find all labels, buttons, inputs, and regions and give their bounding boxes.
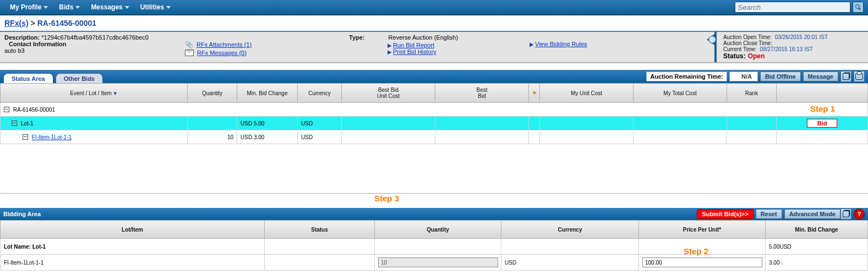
arrow-down-icon: ↓ [780, 260, 783, 266]
nav-my-profile[interactable]: My Profile [4, 0, 53, 14]
bid-col-currency[interactable]: Currency [501, 221, 639, 239]
caret-icon [75, 6, 80, 9]
bid-item-name: FI-Item-1Lot-1-1 [1, 255, 265, 271]
tab-status-area[interactable]: Status Area [3, 73, 53, 84]
col-myunit-header[interactable]: My Unit Cost [540, 84, 634, 103]
bid-item-qty-cell [375, 255, 501, 271]
bid-item-min-cell: 3.00↓ [766, 255, 868, 271]
quantity-input [378, 257, 498, 267]
search-button[interactable] [853, 2, 864, 13]
nav-my-profile-label: My Profile [10, 3, 41, 11]
run-bid-report-link[interactable]: Run Bid Report [393, 42, 434, 48]
sort-icon: ▼ [113, 91, 118, 96]
triangle-icon: ▶ [387, 42, 392, 48]
lot-rank-cell [727, 117, 777, 130]
status-bluebar: Status Area Other Bids Auction Remaining… [0, 70, 868, 83]
bidding-grid: Lot/Item Status Quantity Currency Price … [0, 220, 868, 271]
info-panel: Description: *1294c67b4fba4597b517cdbc46… [0, 32, 868, 63]
message-button[interactable]: Message [803, 72, 838, 81]
auction-time-panel: Auction Open Time:03/26/2015 20:01 IST A… [714, 32, 868, 62]
remaining-time-label: Auction Remaining Time: [646, 72, 727, 81]
reset-button[interactable]: Reset [756, 209, 782, 219]
bid-lot-qty [375, 239, 501, 255]
type-label: Type: [349, 34, 365, 41]
item-star-cell [529, 130, 540, 144]
search-input[interactable] [735, 2, 850, 13]
triangle-icon: ▶ [529, 41, 534, 47]
current-time-value: 08/27/2015 16:13 IST [760, 46, 813, 52]
caret-icon [125, 6, 129, 9]
nav-messages-label: Messages [91, 3, 122, 11]
lot-mytotal-cell [634, 117, 727, 130]
item-bb-cell [435, 130, 529, 144]
current-time-label: Current Time: [723, 46, 757, 52]
nav-bids-label: Bids [59, 3, 73, 11]
rfx-messages-link[interactable]: RFx Messages (0) [197, 50, 247, 56]
collapse-icon[interactable] [4, 107, 9, 112]
remaining-time-value: N/A [729, 72, 758, 81]
bid-col-lotitem[interactable]: Lot/Item [1, 221, 265, 239]
col-rank-header[interactable]: Rank [727, 84, 777, 103]
col-event-label: Event / Lot / Item [70, 90, 112, 96]
col-quantity-header[interactable]: Quantity [188, 84, 237, 103]
grid-lot-row: Lot-1 USD 5.00 USD Bid [1, 117, 868, 130]
item-link[interactable]: FI-Item-1Lot-1-1 [32, 134, 72, 140]
bid-lot-row: Lot Name: Lot-1 5.00USD [1, 239, 868, 255]
popout-button[interactable] [840, 208, 851, 219]
nav-bids[interactable]: Bids [53, 0, 85, 14]
advanced-mode-button[interactable]: Advanced Mode [784, 209, 840, 219]
print-button[interactable] [854, 71, 865, 82]
col-action-header [777, 84, 868, 103]
lot-bb-cell [435, 117, 529, 130]
nav-messages[interactable]: Messages [85, 0, 134, 14]
col-minbid-header[interactable]: Min. Bid Change [237, 84, 298, 103]
view-bidding-rules-link[interactable]: View Bidding Rules [535, 41, 587, 47]
item-bbu-cell [342, 130, 435, 144]
bid-item-ppu-cell [639, 255, 766, 271]
envelope-icon [185, 50, 194, 56]
col-bestbid-header[interactable]: Best Bid [435, 84, 529, 103]
bid-offline-button[interactable]: Bid Offline [760, 72, 801, 81]
type-block: Type: Reverse Auction (English) ▶Run Bid… [349, 34, 525, 58]
collapse-icon[interactable] [12, 120, 17, 126]
rules-block: ▶View Bidding Rules [529, 34, 689, 58]
submit-bids-button[interactable]: Submit Bid(s)>> [697, 209, 753, 219]
bid-col-minbid[interactable]: Min. Bid Change [766, 221, 868, 239]
bid-lot-ppu [639, 239, 766, 255]
bid-button[interactable]: Bid [807, 119, 838, 128]
close-time-label: Auction Close Time: [723, 40, 772, 46]
lot-qty-cell [188, 117, 237, 130]
lot-currency-cell: USD [298, 117, 342, 130]
search-wrap [735, 2, 864, 13]
help-button[interactable]: ? [854, 208, 865, 219]
bid-lot-cur [501, 239, 639, 255]
description-value: *1294c67b4fba4597b517cdbc4676bec0 [41, 34, 149, 41]
star-icon: ✶ [532, 89, 537, 97]
col-bestbidunit-header[interactable]: Best Bid Unit Cost [342, 84, 435, 103]
rfx-attachments-link[interactable]: RFx Attachments (1) [196, 41, 252, 48]
triangle-icon: ▶ [387, 49, 392, 55]
type-value: Reverse Auction (English) [389, 34, 458, 41]
bid-col-ppu[interactable]: Price Per Unit* [639, 221, 766, 239]
col-currency-header[interactable]: Currency [298, 84, 342, 103]
collapse-icon[interactable] [23, 134, 28, 140]
col-event-header[interactable]: Event / Lot / Item▼ [1, 84, 188, 103]
main-grid-wrap: Step 1 Event / Lot / Item▼ Quantity Min.… [0, 83, 868, 194]
description-block: Description: *1294c67b4fba4597b517cdbc46… [4, 34, 181, 58]
popout-button[interactable] [840, 71, 851, 82]
help-icon: ? [858, 211, 861, 217]
print-bid-history-link[interactable]: Print Bid History [393, 48, 436, 55]
tab-other-bids[interactable]: Other Bids [56, 73, 103, 84]
item-act-cell [777, 130, 868, 144]
status-grid: Event / Lot / Item▼ Quantity Min. Bid Ch… [0, 83, 868, 194]
open-time-value: 03/26/2015 20:01 IST [775, 34, 828, 40]
price-per-unit-input[interactable] [642, 257, 762, 267]
breadcrumb-rfx-link[interactable]: RFx(s) [4, 19, 29, 28]
bid-col-status[interactable]: Status [265, 221, 375, 239]
nav-utilities[interactable]: Utilities [135, 0, 176, 14]
bid-col-quantity[interactable]: Quantity [375, 221, 501, 239]
col-star-header[interactable]: ✶ [529, 84, 540, 103]
item-rank-cell [727, 130, 777, 144]
col-mytotal-header[interactable]: My Total Cost [634, 84, 727, 103]
grid-item-row: FI-Item-1Lot-1-1 10 USD 3.00 USD [1, 130, 868, 144]
